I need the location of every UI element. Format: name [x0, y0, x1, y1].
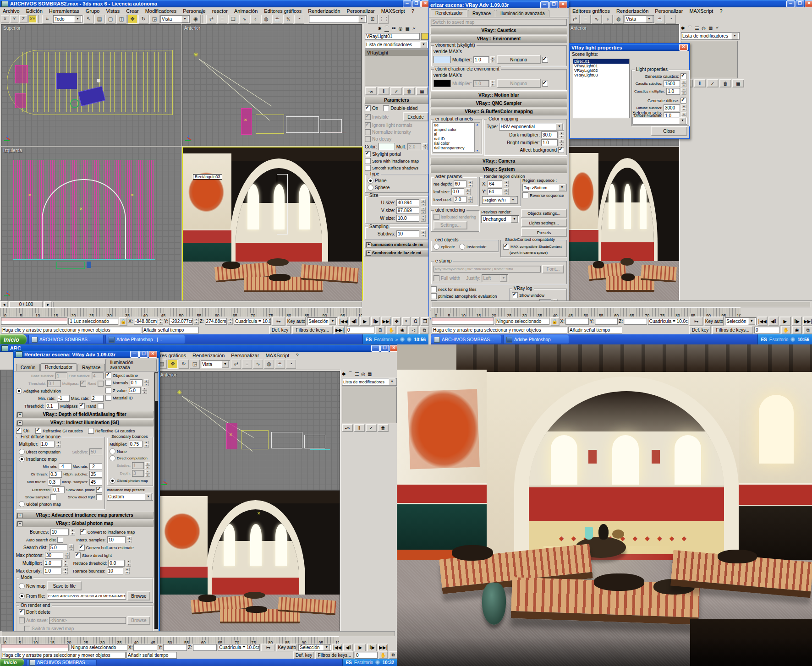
y-coordinate-field[interactable] — [163, 644, 187, 651]
dist-thresh-field[interactable]: 0.1 — [52, 486, 65, 493]
remove-modifier-icon[interactable]: 🗑 — [378, 424, 389, 432]
distributed-checkbox[interactable] — [433, 214, 439, 220]
light-color-swatch[interactable] — [379, 143, 395, 150]
none-radio[interactable] — [110, 448, 115, 454]
list-item[interactable]: al — [433, 132, 474, 136]
interp-samples-field[interactable]: 45 — [89, 479, 102, 486]
curve-editor-icon[interactable]: ∿ — [592, 15, 602, 24]
desktop-toolbar-label[interactable]: Escritorio — [769, 337, 789, 342]
menu-item[interactable]: MAXScript — [686, 8, 716, 14]
spinner[interactable]: ▲▼ — [127, 536, 132, 543]
material-editor-icon[interactable]: ◍ — [261, 15, 271, 24]
spinner[interactable]: ▲▼ — [158, 318, 163, 325]
key-auto-button[interactable]: Key auto — [704, 317, 724, 326]
subdivs-spinner[interactable]: ▲▼ — [421, 230, 426, 237]
region-x-field[interactable]: 64 — [488, 180, 502, 187]
dialog-tab[interactable]: Renderizador — [431, 9, 467, 17]
multipass2-checkbox[interactable] — [79, 403, 85, 409]
list-item[interactable]: VRayLight01 — [573, 64, 629, 68]
add-time-tag[interactable]: Añadir señal tiempo — [568, 327, 622, 333]
bright-mult-field[interactable]: 1.0 — [541, 139, 558, 146]
x-coordinate-field[interactable] — [565, 318, 589, 325]
system-tray[interactable]: ES Escritorio 10:32 — [342, 659, 397, 666]
schematic-view-icon[interactable]: ♁ — [250, 15, 260, 24]
skylight-portal-checkbox[interactable] — [365, 151, 371, 157]
retrace-bounces-field[interactable]: 10 — [107, 568, 123, 574]
nrm-thresh-field[interactable]: 0.3 — [48, 479, 60, 486]
command-panel-tabs[interactable]: ✱⌒☷◎▦🗲 — [680, 24, 812, 32]
stack-item[interactable]: VRayLight — [365, 50, 428, 56]
show-calc-checkbox[interactable] — [96, 487, 102, 493]
refl-map-checkbox[interactable] — [542, 81, 548, 87]
tray-icon[interactable] — [375, 660, 380, 665]
list-item[interactable]: VRayLight02 — [573, 68, 629, 73]
modifier-stack-empty[interactable] — [342, 387, 397, 423]
font-button[interactable]: Font... — [542, 265, 564, 273]
dialog-tab[interactable]: Iluminación avanzada — [105, 359, 157, 371]
global-photon-map2-radio[interactable] — [110, 478, 115, 484]
spinner[interactable]: ▲▼ — [468, 196, 473, 203]
quick-render-icon[interactable]: ◔ — [294, 15, 304, 24]
window-crossing-icon[interactable]: ◫ — [116, 15, 126, 24]
select-and-rotate-icon[interactable]: ↻ — [138, 15, 148, 24]
modifier-list-dropdown[interactable]: Lista de modificadores▼ — [681, 32, 740, 40]
spinner[interactable]: ▲▼ — [681, 80, 686, 87]
spinner[interactable]: ▲▼ — [144, 379, 149, 386]
taskbar-item-3dsmax[interactable]: ARCHIVOS SOMBRAS... — [26, 659, 97, 666]
select-and-move-icon[interactable]: ✥ — [127, 15, 137, 24]
show-direct-light-checkbox[interactable] — [96, 494, 102, 500]
menu-item[interactable]: ? — [409, 8, 417, 14]
stamp-field[interactable]: Ray %vrayversion | file: %filename | fra… — [433, 266, 541, 273]
named-selection-dropdown[interactable]: ▼ — [309, 15, 367, 23]
taskbar-item-3dsmax[interactable]: ARCHIVOS SOMBRAS... — [28, 335, 104, 344]
go-to-start-icon[interactable]: |◀◀ — [338, 317, 348, 326]
spinner[interactable]: ▲▼ — [145, 470, 150, 477]
selection-sets-dropdown[interactable]: ▼ — [632, 117, 687, 125]
store-irradiance-checkbox[interactable] — [365, 158, 371, 164]
dialog-tabs[interactable]: RenderizadorRaytraceIluminación avanzada — [429, 8, 569, 17]
viewport-label[interactable]: Anterior — [571, 26, 587, 31]
menu-item[interactable]: MAXScript — [379, 8, 408, 14]
display-tab-icon[interactable]: ▦ — [405, 26, 409, 31]
dialog-tab[interactable]: Renderizador — [40, 363, 77, 371]
direct-computation2-radio[interactable] — [110, 455, 115, 461]
sb-multiplier-field[interactable]: 0.75 — [129, 441, 143, 448]
select-by-name-icon[interactable]: ▤ — [94, 15, 104, 24]
spinner[interactable]: ▲▼ — [681, 88, 686, 95]
axis-xy-button[interactable]: XY — [28, 15, 37, 23]
generate-diffuse-checkbox[interactable] — [680, 98, 686, 104]
spinner[interactable]: ▲▼ — [559, 139, 564, 146]
view-dropdown[interactable]: Vista▼ — [625, 15, 654, 23]
layer-manager-icon[interactable]: ❏ — [228, 15, 238, 24]
spinner[interactable]: ▲▼ — [125, 568, 130, 574]
missing-files-checkbox[interactable] — [431, 286, 437, 292]
render-type-icon[interactable]: ％ — [283, 15, 293, 24]
hierarchy-tab-icon[interactable]: ☷ — [392, 26, 396, 31]
selection-lock-icon[interactable]: 🔒 — [119, 317, 128, 326]
maxscript-mini-listener[interactable] — [1, 317, 67, 325]
presets-button[interactable]: Presets — [521, 228, 567, 237]
threshold-field[interactable]: 0.1 — [47, 380, 61, 387]
key-selection-dropdown[interactable]: Selección▼ — [298, 644, 331, 651]
sb-depth-field[interactable]: 3 — [132, 470, 144, 477]
select-object-icon[interactable]: ↖ — [83, 15, 93, 24]
quick-render-icon[interactable]: ◔ — [286, 360, 296, 369]
snap-toggle-icon[interactable]: ⌗ — [42, 15, 52, 24]
material-editor-icon[interactable]: ◍ — [264, 360, 274, 369]
list-item[interactable]: rial ID — [433, 136, 474, 141]
time-config-icon[interactable]: 🗓 — [375, 326, 385, 334]
no-decay-checkbox[interactable] — [365, 136, 371, 142]
spinner[interactable]: ▲▼ — [63, 568, 68, 574]
motion-blur-rollout[interactable]: VRay:: Motion blur — [430, 92, 567, 99]
make-unique-icon[interactable]: ✓ — [707, 79, 719, 87]
spinner[interactable]: ▲▼ — [65, 552, 70, 559]
show-window-checkbox[interactable] — [512, 292, 518, 298]
go-to-end-icon[interactable]: ▶▶| — [803, 317, 812, 326]
close-icon[interactable]: ✕ — [679, 44, 688, 51]
list-item[interactable]: Direc.01 — [573, 59, 629, 64]
spinner[interactable]: ▲▼ — [504, 188, 509, 195]
w-size-field[interactable]: 10.0 — [396, 215, 419, 222]
dialog-tabs[interactable]: ComúnRenderizadorRaytraceIluminación ava… — [14, 358, 159, 371]
select-and-scale-icon[interactable]: ◲ — [190, 360, 200, 369]
dof-rollout[interactable]: +VRay:: Depth of field/Antialiasing filt… — [16, 411, 154, 418]
